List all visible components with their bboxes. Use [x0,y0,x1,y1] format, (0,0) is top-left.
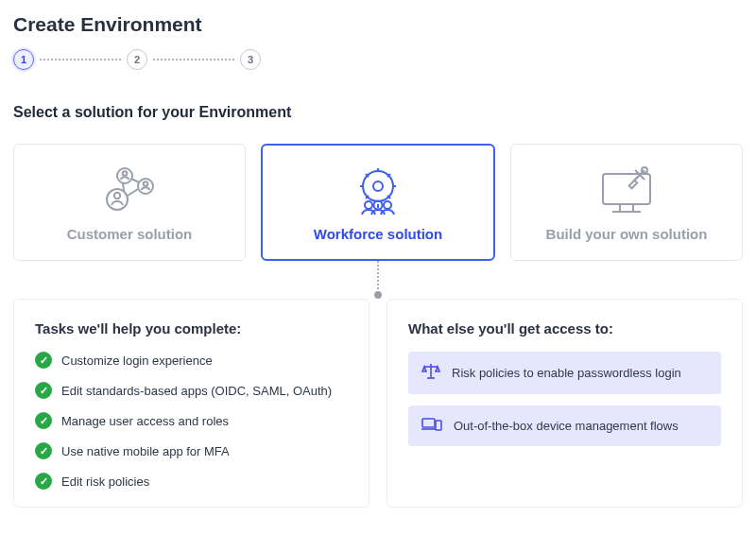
list-item: ✓ Use native mobile app for MFA [35,442,348,459]
check-icon: ✓ [35,442,52,459]
svg-rect-19 [629,180,637,187]
step-2[interactable]: 2 [127,49,147,70]
task-label: Use native mobile app for MFA [61,444,230,458]
tasks-panel: Tasks we'll help you complete: ✓ Customi… [13,299,369,508]
svg-point-13 [384,201,391,209]
list-item: Out-of-the-box device management flows [408,405,721,446]
svg-line-8 [131,179,139,182]
solution-card-workforce[interactable]: Workforce solution [261,144,495,261]
check-icon: ✓ [35,412,52,429]
wizard-stepper: 1 2 3 [13,49,743,70]
card-connector [13,261,743,299]
network-icon [98,164,161,216]
svg-rect-25 [436,421,441,430]
step-3[interactable]: 3 [240,49,261,70]
page-title: Create Environment [13,13,743,36]
tasks-heading: Tasks we'll help you complete: [35,320,348,336]
access-panel: What else you'll get access to: Risk pol… [387,299,743,508]
svg-point-5 [144,181,148,186]
solution-cards: Customer solution Workforce solution [13,144,743,261]
access-heading: What else you'll get access to: [408,320,721,336]
step-1[interactable]: 1 [13,49,34,70]
access-label: Risk policies to enable passwordless log… [452,366,681,380]
detail-panels: Tasks we'll help you complete: ✓ Customi… [13,299,743,508]
solution-label: Build your own solution [546,226,708,242]
task-label: Manage user access and roles [61,414,229,428]
svg-point-3 [123,171,128,176]
access-list: Risk policies to enable passwordless log… [408,352,721,446]
task-label: Edit risk policies [61,474,149,489]
task-label: Customize login experience [61,354,213,368]
solution-card-customer[interactable]: Customer solution [13,144,246,261]
step-connector [40,59,121,60]
step-connector [153,59,234,60]
devices-icon [421,417,442,435]
svg-point-1 [114,192,120,198]
list-item: Risk policies to enable passwordless log… [408,352,721,394]
monitor-tools-icon [593,164,660,216]
section-heading: Select a solution for your Environment [13,104,743,121]
svg-point-11 [365,201,372,209]
scales-icon [421,363,440,383]
task-label: Edit standards-based apps (OIDC, SAML, O… [61,384,332,398]
svg-rect-23 [422,419,435,427]
svg-line-6 [123,182,124,191]
list-item: ✓ Manage user access and roles [35,412,348,429]
access-label: Out-of-the-box device management flows [454,419,679,433]
list-item: ✓ Customize login experience [35,352,348,369]
list-item: ✓ Edit standards-based apps (OIDC, SAML,… [35,382,348,399]
check-icon: ✓ [35,473,52,490]
check-icon: ✓ [35,352,52,369]
list-item: ✓ Edit risk policies [35,473,348,490]
check-icon: ✓ [35,382,52,399]
solution-label: Customer solution [67,226,193,242]
solution-label: Workforce solution [314,226,442,242]
svg-line-7 [128,189,138,196]
gear-people-icon [345,164,411,216]
tasks-list: ✓ Customize login experience ✓ Edit stan… [35,352,348,490]
svg-point-10 [373,181,383,191]
solution-card-build[interactable]: Build your own solution [510,144,743,261]
